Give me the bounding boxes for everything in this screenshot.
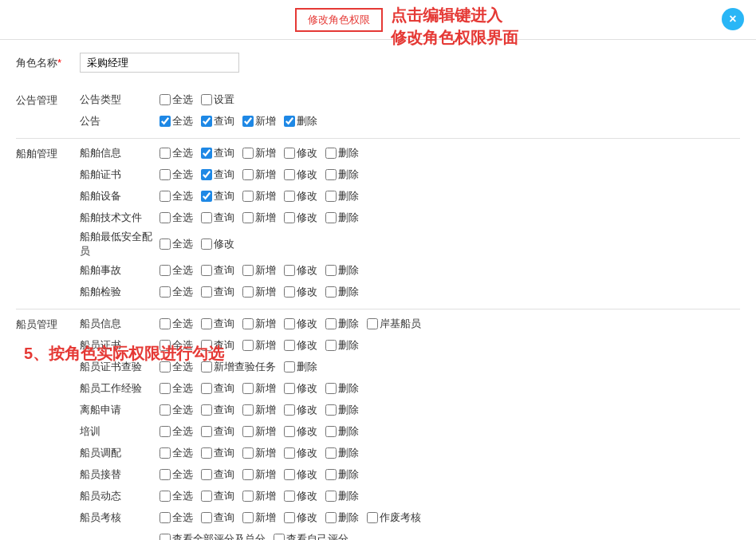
perm-option-1-4-0[interactable]: 全选: [159, 237, 193, 251]
checkbox-2-3-2[interactable]: [242, 383, 254, 394]
perm-option-1-2-2[interactable]: 新增: [242, 189, 276, 203]
perm-option-1-6-0[interactable]: 全选: [159, 285, 193, 299]
perm-option-1-2-4[interactable]: 删除: [325, 189, 359, 203]
perm-option-2-8-3[interactable]: 修改: [284, 489, 317, 503]
perm-option-2-7-1[interactable]: 查询: [201, 467, 234, 482]
checkbox-2-6-1[interactable]: [201, 447, 212, 459]
checkbox-1-5-4[interactable]: [325, 265, 337, 276]
checkbox-2-9-5[interactable]: [367, 512, 378, 523]
checkbox-1-3-0[interactable]: [159, 212, 171, 223]
edit-permissions-button[interactable]: 修改角色权限: [295, 8, 383, 32]
perm-option-2-6-2[interactable]: 新增: [242, 446, 276, 460]
checkbox-1-2-0[interactable]: [159, 191, 171, 202]
checkbox-2-8-1[interactable]: [201, 491, 212, 502]
checkbox-2-4-1[interactable]: [201, 404, 212, 416]
checkbox-1-3-4[interactable]: [325, 212, 337, 223]
checkbox-2-9-1[interactable]: [201, 512, 212, 523]
perm-option-0-0-0[interactable]: 全选: [159, 93, 193, 107]
checkbox-2-8-0[interactable]: [159, 491, 171, 502]
checkbox-2-1-3[interactable]: [284, 340, 295, 351]
perm-option-2-1-4[interactable]: 删除: [325, 338, 359, 353]
checkbox-0-1-1[interactable]: [201, 116, 212, 127]
perm-option-0-1-0[interactable]: 全选: [159, 114, 193, 128]
extra-checkbox-2-0-1[interactable]: [274, 534, 285, 540]
checkbox-1-2-3[interactable]: [284, 191, 295, 202]
perm-option-2-5-4[interactable]: 删除: [325, 424, 359, 439]
perm-option-2-9-0[interactable]: 全选: [159, 510, 193, 525]
checkbox-2-8-4[interactable]: [325, 491, 337, 502]
perm-option-2-4-3[interactable]: 修改: [284, 403, 317, 417]
checkbox-2-2-2[interactable]: [284, 361, 295, 372]
perm-option-2-8-4[interactable]: 删除: [325, 489, 359, 503]
perm-option-2-6-0[interactable]: 全选: [159, 446, 193, 460]
checkbox-2-8-3[interactable]: [284, 491, 295, 502]
perm-option-1-6-3[interactable]: 修改: [284, 285, 317, 299]
checkbox-1-0-3[interactable]: [284, 148, 295, 159]
perm-option-2-0-3[interactable]: 修改: [284, 317, 317, 331]
checkbox-1-3-2[interactable]: [242, 212, 254, 223]
perm-option-2-3-3[interactable]: 修改: [284, 381, 317, 396]
checkbox-2-8-2[interactable]: [242, 491, 254, 502]
perm-option-2-0-5[interactable]: 岸基船员: [367, 317, 421, 331]
close-button[interactable]: ×: [722, 8, 744, 30]
checkbox-2-7-0[interactable]: [159, 469, 171, 480]
checkbox-2-1-2[interactable]: [242, 340, 254, 351]
checkbox-2-3-4[interactable]: [325, 383, 337, 394]
checkbox-1-5-3[interactable]: [284, 265, 295, 276]
perm-option-2-5-3[interactable]: 修改: [284, 424, 317, 439]
checkbox-1-3-3[interactable]: [284, 212, 295, 223]
perm-option-2-7-0[interactable]: 全选: [159, 467, 193, 482]
perm-option-1-3-4[interactable]: 删除: [325, 211, 359, 225]
checkbox-1-1-0[interactable]: [159, 169, 171, 180]
checkbox-2-7-2[interactable]: [242, 469, 254, 480]
perm-option-0-1-1[interactable]: 查询: [201, 114, 234, 128]
checkbox-0-0-1[interactable]: [201, 94, 212, 105]
checkbox-1-0-1[interactable]: [201, 148, 212, 159]
perm-option-2-7-4[interactable]: 删除: [325, 467, 359, 482]
checkbox-2-5-1[interactable]: [201, 426, 212, 437]
perm-option-2-6-4[interactable]: 删除: [325, 446, 359, 460]
checkbox-2-5-3[interactable]: [284, 426, 295, 437]
perm-option-2-3-1[interactable]: 查询: [201, 381, 234, 396]
checkbox-2-9-3[interactable]: [284, 512, 295, 523]
checkbox-1-6-2[interactable]: [242, 286, 254, 298]
perm-option-1-0-1[interactable]: 查询: [201, 146, 234, 160]
checkbox-2-0-5[interactable]: [367, 318, 378, 329]
checkbox-2-0-0[interactable]: [159, 318, 171, 329]
perm-option-2-3-4[interactable]: 删除: [325, 381, 359, 396]
checkbox-2-0-3[interactable]: [284, 318, 295, 329]
checkbox-1-0-4[interactable]: [325, 148, 337, 159]
perm-option-2-9-2[interactable]: 新增: [242, 510, 276, 525]
perm-option-2-1-2[interactable]: 新增: [242, 338, 276, 353]
perm-option-2-7-3[interactable]: 修改: [284, 467, 317, 482]
checkbox-2-9-4[interactable]: [325, 512, 337, 523]
perm-option-2-5-1[interactable]: 查询: [201, 424, 234, 439]
perm-option-2-9-4[interactable]: 删除: [325, 510, 359, 525]
checkbox-1-6-0[interactable]: [159, 286, 171, 298]
checkbox-1-6-4[interactable]: [325, 286, 337, 298]
extra-option-2-0-0[interactable]: 查看全部评分及总分: [159, 532, 266, 540]
perm-option-1-1-2[interactable]: 新增: [242, 168, 276, 182]
extra-checkbox-2-0-0[interactable]: [159, 534, 171, 540]
checkbox-2-7-1[interactable]: [201, 469, 212, 480]
checkbox-1-5-0[interactable]: [159, 265, 171, 276]
checkbox-1-2-4[interactable]: [325, 191, 337, 202]
perm-option-1-4-1[interactable]: 修改: [201, 237, 234, 251]
perm-option-2-2-2[interactable]: 删除: [284, 360, 317, 374]
perm-option-1-3-3[interactable]: 修改: [284, 211, 317, 225]
checkbox-2-9-0[interactable]: [159, 512, 171, 523]
checkbox-1-4-0[interactable]: [159, 238, 171, 250]
perm-option-2-5-2[interactable]: 新增: [242, 424, 276, 439]
checkbox-2-6-3[interactable]: [284, 447, 295, 459]
checkbox-1-6-1[interactable]: [201, 286, 212, 298]
perm-option-1-1-0[interactable]: 全选: [159, 168, 193, 182]
perm-option-2-3-2[interactable]: 新增: [242, 381, 276, 396]
perm-option-1-0-2[interactable]: 新增: [242, 146, 276, 160]
checkbox-2-0-4[interactable]: [325, 318, 337, 329]
perm-option-2-5-0[interactable]: 全选: [159, 424, 193, 439]
checkbox-2-9-2[interactable]: [242, 512, 254, 523]
checkbox-1-6-3[interactable]: [284, 286, 295, 298]
perm-option-2-4-1[interactable]: 查询: [201, 403, 234, 417]
perm-option-2-8-1[interactable]: 查询: [201, 489, 234, 503]
checkbox-1-5-2[interactable]: [242, 265, 254, 276]
